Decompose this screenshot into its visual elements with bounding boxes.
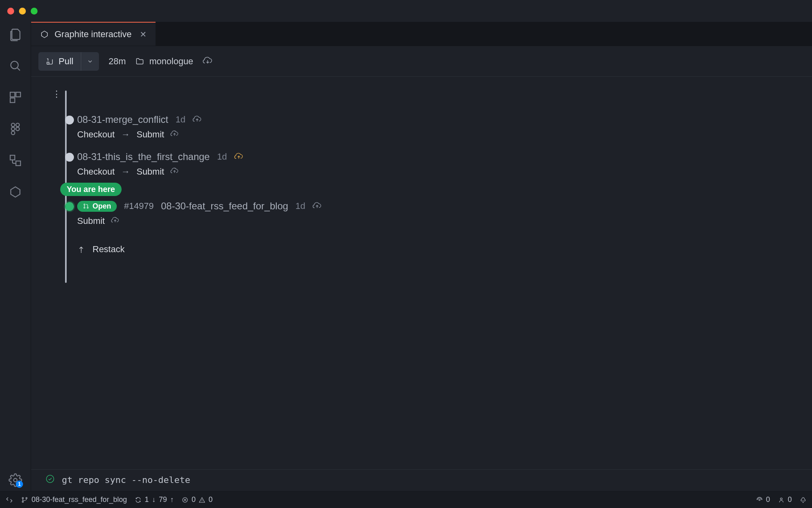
errors-count: 0 <box>191 495 196 504</box>
check-circle-icon <box>46 474 55 485</box>
traffic-light-minimize[interactable] <box>19 8 26 15</box>
status-sync[interactable]: 1↓ 79↑ <box>135 495 174 504</box>
svg-point-19 <box>46 475 54 483</box>
pr-status-badge[interactable]: Open <box>77 201 117 212</box>
submit-action[interactable]: Submit <box>137 167 164 177</box>
cloud-upload-icon[interactable] <box>193 114 202 125</box>
repo-selector[interactable]: monologue <box>135 56 193 67</box>
branch-name[interactable]: 08-31-this_is_the_first_change <box>77 151 210 162</box>
svg-rect-2 <box>16 92 20 97</box>
settings-icon[interactable]: 1 <box>8 473 22 487</box>
editor-area: Graphite interactive ✕ Pull 28m monologu… <box>31 22 812 491</box>
svg-point-0 <box>11 61 18 69</box>
branch-age: 1d <box>217 152 227 162</box>
pull-button-group: Pull <box>38 52 99 71</box>
svg-point-25 <box>759 499 760 500</box>
down-arrow-icon: ↓ <box>152 495 156 504</box>
activity-bar: 1 <box>0 22 31 491</box>
extensions-icon[interactable] <box>8 91 22 104</box>
branch-node[interactable] <box>65 202 74 211</box>
branch-name[interactable]: 08-31-merge_conflict <box>77 114 168 125</box>
svg-marker-13 <box>42 31 48 38</box>
traffic-light-close[interactable] <box>7 8 14 15</box>
svg-point-22 <box>26 497 27 498</box>
tab-label: Graphite interactive <box>55 29 132 40</box>
svg-point-17 <box>87 207 88 209</box>
svg-point-8 <box>11 131 15 135</box>
cloud-download-icon[interactable] <box>203 55 212 67</box>
pr-status-label: Open <box>93 202 111 211</box>
graphite-icon[interactable] <box>8 185 22 199</box>
status-branch[interactable]: 08-30-feat_rss_feed_for_blog <box>21 495 127 504</box>
svg-point-26 <box>780 498 783 500</box>
checkout-action[interactable]: Checkout <box>77 129 115 140</box>
ports-icon[interactable] <box>8 154 22 167</box>
command-text: gt repo sync --no-delete <box>62 475 190 485</box>
status-ports[interactable]: 0 <box>756 495 770 504</box>
checkout-action[interactable]: Checkout <box>77 167 115 177</box>
warning-icon <box>199 497 205 503</box>
status-notifications[interactable] <box>800 497 806 503</box>
close-icon[interactable]: ✕ <box>140 30 147 39</box>
error-icon <box>182 497 188 503</box>
more-above-icon[interactable]: ⋮ <box>51 89 800 99</box>
remote-indicator[interactable] <box>6 496 13 504</box>
toolbar: Pull 28m monologue <box>31 46 812 77</box>
svg-rect-3 <box>10 98 15 102</box>
person-icon <box>778 497 785 503</box>
last-command-line: gt repo sync --no-delete <box>31 469 812 491</box>
branch-name[interactable]: 08-30-feat_rss_feed_for_blog <box>161 200 288 212</box>
svg-point-4 <box>11 123 15 127</box>
cloud-upload-icon[interactable] <box>170 129 179 140</box>
graphite-tab-icon <box>40 30 49 39</box>
branch-row: 08-31-merge_conflict 1d Checkout → Submi… <box>51 114 800 140</box>
restack-action-row[interactable]: Restack <box>51 244 800 255</box>
svg-point-7 <box>16 127 19 131</box>
ports-count: 0 <box>766 495 770 504</box>
branch-age: 1d <box>295 201 305 211</box>
svg-point-20 <box>22 497 23 498</box>
last-sync-time: 28m <box>109 56 126 67</box>
you-are-here-badge: You are here <box>60 183 122 196</box>
svg-point-5 <box>16 123 19 127</box>
submit-action[interactable]: Submit <box>137 129 164 140</box>
status-live-share[interactable]: 0 <box>778 495 792 504</box>
search-icon[interactable] <box>8 59 22 73</box>
cloud-upload-icon[interactable] <box>111 216 119 226</box>
svg-rect-9 <box>10 155 15 160</box>
cloud-upload-icon[interactable] <box>313 201 322 212</box>
status-problems[interactable]: 0 0 <box>182 495 212 504</box>
submit-action[interactable]: Submit <box>77 216 105 226</box>
branch-node[interactable] <box>65 116 74 124</box>
broadcast-icon <box>756 497 763 503</box>
arrow-right-icon: → <box>121 129 130 140</box>
pull-button[interactable]: Pull <box>38 52 81 71</box>
cloud-upload-icon[interactable] <box>170 167 179 177</box>
tab-row: Graphite interactive ✕ <box>31 22 812 46</box>
svg-marker-11 <box>11 187 20 197</box>
status-bar: 08-30-feat_rss_feed_for_blog 1↓ 79↑ 0 0 … <box>0 491 812 508</box>
svg-rect-10 <box>16 161 20 165</box>
window-titlebar <box>0 0 812 22</box>
branch-node[interactable] <box>65 153 74 162</box>
tab-graphite-interactive[interactable]: Graphite interactive ✕ <box>31 22 156 46</box>
pull-dropdown[interactable] <box>81 52 99 71</box>
app-root: 1 Graphite interactive ✕ Pull <box>0 22 812 491</box>
arrow-right-icon: → <box>121 167 130 177</box>
folder-icon <box>135 57 144 66</box>
branch-graph: ⋮ 08-31-merge_conflict 1d Checkout → <box>47 89 800 303</box>
pull-label: Pull <box>59 56 74 67</box>
figma-icon[interactable] <box>8 122 22 136</box>
traffic-light-zoom[interactable] <box>31 8 38 15</box>
incoming-count: 1 <box>145 495 149 504</box>
repo-name: monologue <box>149 56 193 67</box>
svg-point-24 <box>202 501 202 502</box>
branch-row-current: You are here Open #14979 08-30-feat_rss_… <box>51 200 800 226</box>
pr-number[interactable]: #14979 <box>124 201 154 211</box>
cloud-upload-icon[interactable] <box>234 152 243 162</box>
restack-label: Restack <box>93 244 124 255</box>
branch-age: 1d <box>175 114 185 125</box>
sync-icon <box>135 497 141 503</box>
files-icon[interactable] <box>8 27 22 41</box>
warnings-count: 0 <box>208 495 212 504</box>
